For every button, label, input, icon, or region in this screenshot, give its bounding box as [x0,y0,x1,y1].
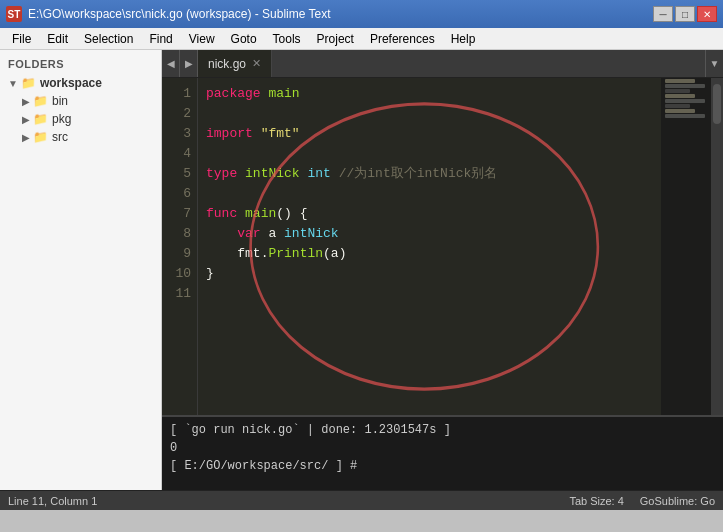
arrow-icon: ▼ [8,78,18,89]
code-line: func main() { [206,204,653,224]
sidebar-item-workspace[interactable]: ▼📁workspace [0,74,161,92]
scroll-thumb[interactable] [713,84,721,124]
line-number: 11 [166,284,191,304]
arrow-icon: ▶ [22,96,30,107]
line-number: 3 [166,124,191,144]
line-number: 9 [166,244,191,264]
folder-icon: 📁 [33,112,48,126]
menu-item-preferences[interactable]: Preferences [362,30,443,48]
code-line [206,104,653,124]
syntax-label: GoSublime: Go [640,495,715,507]
menu-item-project[interactable]: Project [309,30,362,48]
arrow-icon: ▶ [22,132,30,143]
folder-label: bin [52,94,68,108]
minimap [661,78,711,415]
code-line: fmt.Println(a) [206,244,653,264]
code-line: type intNick int //为int取个intNick别名 [206,164,653,184]
line-number: 8 [166,224,191,244]
folder-label: pkg [52,112,71,126]
menu-item-view[interactable]: View [181,30,223,48]
line-numbers: 1234567891011 [162,78,198,415]
line-number: 6 [166,184,191,204]
window-controls: ─ □ ✕ [653,6,717,22]
line-number: 2 [166,104,191,124]
line-number: 10 [166,264,191,284]
folder-icon: 📁 [33,94,48,108]
code-line: package main [206,84,653,104]
terminal-line: [ E:/GO/workspace/src/ ] # [170,457,715,475]
title-text: E:\GO\workspace\src\nick.go (workspace) … [28,7,331,21]
tab-close-icon[interactable]: ✕ [252,57,261,70]
main-content: FOLDERS ▼📁workspace▶📁bin▶📁pkg▶📁src ◀ ▶ n… [0,50,723,490]
sidebar-item-pkg[interactable]: ▶📁pkg [0,110,161,128]
menu-item-find[interactable]: Find [141,30,180,48]
sidebar-item-bin[interactable]: ▶📁bin [0,92,161,110]
sidebar-title: FOLDERS [0,56,161,74]
folder-icon: 📁 [33,130,48,144]
menu-item-edit[interactable]: Edit [39,30,76,48]
tab-scroll-left[interactable]: ◀ [162,50,180,77]
folder-icon: 📁 [21,76,36,90]
menu-item-tools[interactable]: Tools [265,30,309,48]
tab-scroll-right-btn[interactable]: ▶ [180,50,198,77]
tab-bar: ◀ ▶ nick.go ✕ ▼ [162,50,723,78]
code-content[interactable]: package main import "fmt" type intNick i… [198,78,661,415]
minimize-button[interactable]: ─ [653,6,673,22]
menu-bar: FileEditSelectionFindViewGotoToolsProjec… [0,28,723,50]
title-bar-left: ST E:\GO\workspace\src\nick.go (workspac… [6,6,331,22]
code-line: import "fmt" [206,124,653,144]
line-number: 7 [166,204,191,224]
arrow-icon: ▶ [22,114,30,125]
menu-item-file[interactable]: File [4,30,39,48]
line-number: 1 [166,84,191,104]
code-line: } [206,264,653,284]
app-icon: ST [6,6,22,22]
code-line [206,184,653,204]
editor-area: ◀ ▶ nick.go ✕ ▼ 1234567891011 package ma… [162,50,723,490]
menu-item-help[interactable]: Help [443,30,484,48]
tab-nick-go[interactable]: nick.go ✕ [198,50,272,77]
tab-overflow-icon[interactable]: ▼ [705,50,723,77]
terminal-line: 0 [170,439,715,457]
menu-item-goto[interactable]: Goto [223,30,265,48]
code-line [206,144,653,164]
code-editor: 1234567891011 package main import "fmt" … [162,78,723,415]
scrollbar[interactable] [711,78,723,415]
maximize-button[interactable]: □ [675,6,695,22]
menu-item-selection[interactable]: Selection [76,30,141,48]
folder-label: src [52,130,68,144]
sidebar-items: ▼📁workspace▶📁bin▶📁pkg▶📁src [0,74,161,146]
tab-size-label: Tab Size: 4 [569,495,623,507]
status-bar: Line 11, Column 1 Tab Size: 4 GoSublime:… [0,490,723,510]
line-number: 4 [166,144,191,164]
terminal: [ `go run nick.go` | done: 1.2301547s ]0… [162,415,723,490]
code-line [206,284,653,304]
title-bar: ST E:\GO\workspace\src\nick.go (workspac… [0,0,723,28]
code-line: var a intNick [206,224,653,244]
folder-label: workspace [40,76,102,90]
close-button[interactable]: ✕ [697,6,717,22]
sidebar-item-src[interactable]: ▶📁src [0,128,161,146]
tab-label: nick.go [208,57,246,71]
sidebar: FOLDERS ▼📁workspace▶📁bin▶📁pkg▶📁src [0,50,162,490]
cursor-position: Line 11, Column 1 [8,495,97,507]
line-number: 5 [166,164,191,184]
terminal-line: [ `go run nick.go` | done: 1.2301547s ] [170,421,715,439]
status-right: Tab Size: 4 GoSublime: Go [569,495,715,507]
